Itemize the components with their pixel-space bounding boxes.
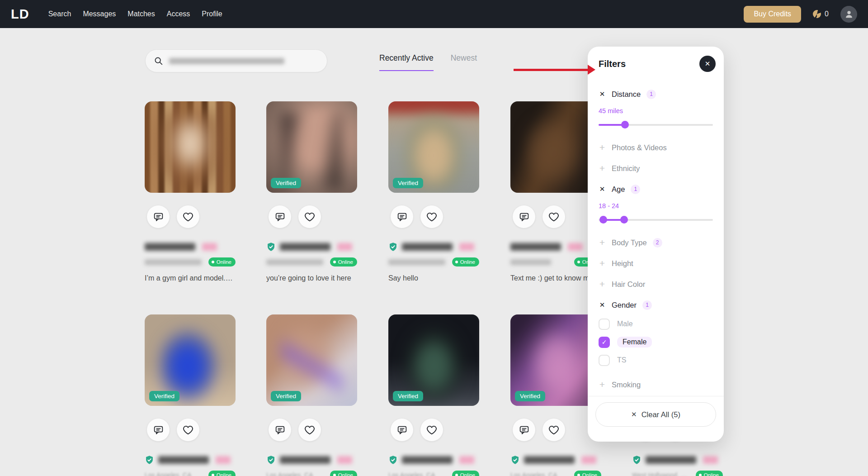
age-min-thumb[interactable]	[599, 216, 607, 224]
profile-photo[interactable]: Verified	[388, 314, 479, 406]
profile-photo[interactable]	[145, 101, 236, 193]
remove-filter-icon[interactable]: ✕	[599, 90, 606, 98]
filter-age[interactable]: ✕ Age 1	[599, 183, 713, 195]
logo[interactable]: LD	[11, 7, 29, 22]
nav-link-search[interactable]: Search	[48, 10, 71, 18]
checkbox-checked[interactable]: ✓	[599, 337, 610, 348]
like-button[interactable]	[542, 419, 565, 441]
remove-filter-icon[interactable]: ✕	[599, 301, 606, 309]
user-avatar[interactable]	[840, 6, 857, 23]
gender-option-male[interactable]: Male	[599, 317, 713, 331]
chat-button[interactable]	[147, 205, 170, 228]
chat-button[interactable]	[269, 205, 291, 228]
like-button[interactable]	[542, 205, 565, 228]
add-filter-icon[interactable]: +	[599, 379, 606, 390]
like-button[interactable]	[298, 419, 321, 441]
nav-link-matches[interactable]: Matches	[127, 10, 155, 18]
add-filter-icon[interactable]: +	[599, 279, 606, 290]
verified-badge: Verified	[271, 391, 301, 401]
clear-icon: ✕	[631, 410, 637, 419]
location-redacted	[388, 259, 445, 265]
gender-option-ts[interactable]: TS	[599, 353, 713, 367]
location: West Hollywood, …	[632, 471, 687, 476]
distance-slider[interactable]	[599, 121, 713, 128]
filter-ethnicity[interactable]: + Ethnicity	[599, 162, 713, 174]
add-filter-icon[interactable]: +	[599, 142, 606, 153]
verified-badge: Verified	[393, 391, 423, 401]
profile-photo[interactable]: Verified	[388, 101, 479, 193]
chat-button[interactable]	[513, 419, 535, 441]
checkbox-unchecked[interactable]	[599, 319, 610, 330]
profile-card: Verified Los Angeles, CA Online	[266, 314, 357, 476]
nav-link-messages[interactable]: Messages	[83, 10, 116, 18]
age-max-thumb[interactable]	[620, 216, 628, 224]
online-badge: Online	[330, 257, 357, 267]
like-button[interactable]	[177, 205, 199, 228]
age-range-slider[interactable]	[599, 216, 713, 223]
chat-button[interactable]	[391, 419, 413, 441]
location: Los Angeles, CA	[145, 471, 192, 476]
clear-all-button[interactable]: ✕ Clear All (5)	[595, 402, 716, 427]
tab-recently-active[interactable]: Recently Active	[379, 53, 434, 71]
verified-check-icon	[388, 242, 398, 252]
filter-hair-color[interactable]: + Hair Color	[599, 278, 713, 290]
add-filter-icon[interactable]: +	[599, 163, 606, 174]
nav-link-access[interactable]: Access	[167, 10, 190, 18]
online-badge: Online	[452, 471, 479, 476]
profile-name-row[interactable]	[388, 242, 479, 252]
checkbox-unchecked[interactable]	[599, 355, 610, 366]
credits-count: 0	[825, 10, 829, 18]
verified-check-icon	[145, 455, 154, 465]
filter-height[interactable]: + Height	[599, 257, 713, 269]
nav-link-profile[interactable]: Profile	[202, 10, 222, 18]
profile-photo[interactable]: Verified	[145, 314, 236, 406]
chat-button[interactable]	[269, 419, 291, 441]
like-button[interactable]	[420, 205, 443, 228]
chat-button[interactable]	[147, 419, 170, 441]
profile-name-row[interactable]	[266, 455, 357, 465]
remove-filter-icon[interactable]: ✕	[599, 185, 606, 193]
profile-name-row[interactable]	[145, 455, 236, 465]
chat-button[interactable]	[391, 205, 413, 228]
gender-option-female[interactable]: ✓ Female	[599, 335, 713, 349]
name-redacted	[145, 243, 195, 251]
filter-smoking[interactable]: + Smoking	[599, 379, 713, 390]
filter-photos-videos[interactable]: + Photos & Videos	[599, 142, 713, 153]
like-button[interactable]	[298, 205, 321, 228]
distance-value: 45 miles	[599, 107, 713, 114]
location: Los Angeles, CA	[388, 471, 435, 476]
close-filters-button[interactable]: ✕	[699, 56, 716, 72]
location: Los Angeles, CA	[510, 471, 557, 476]
name-redacted	[646, 456, 696, 464]
filter-gender[interactable]: ✕ Gender 1	[599, 299, 713, 311]
name-redacted	[510, 243, 561, 251]
profile-photo[interactable]: Verified	[266, 101, 357, 193]
profile-photo[interactable]: Verified	[266, 314, 357, 406]
online-badge: Online	[330, 471, 357, 476]
add-filter-icon[interactable]: +	[599, 258, 606, 269]
like-button[interactable]	[177, 419, 199, 441]
search-icon	[154, 56, 164, 66]
verified-badge: Verified	[393, 178, 423, 188]
like-button[interactable]	[420, 419, 443, 441]
profile-name-row[interactable]	[388, 455, 479, 465]
online-badge: Online	[696, 471, 723, 476]
filter-body-type[interactable]: + Body Type 2	[599, 237, 713, 248]
online-badge: Online	[574, 471, 601, 476]
chat-button[interactable]	[513, 205, 535, 228]
profile-card: Online I’m a gym girl and model.…	[145, 101, 236, 282]
profile-name-row[interactable]	[145, 242, 236, 252]
close-icon: ✕	[705, 60, 711, 68]
search-input[interactable]	[145, 49, 327, 72]
profile-name-row[interactable]	[510, 455, 601, 465]
add-filter-icon[interactable]: +	[599, 237, 606, 248]
profile-name-row[interactable]	[632, 455, 723, 465]
profile-tagline: Say hello	[388, 274, 479, 282]
distance-slider-thumb[interactable]	[621, 121, 629, 129]
tab-newest[interactable]: Newest	[451, 53, 477, 71]
buy-credits-button[interactable]: Buy Credits	[744, 6, 801, 23]
profile-name-row[interactable]	[266, 242, 357, 252]
filter-distance[interactable]: ✕ Distance 1	[599, 88, 713, 100]
profile-card: Verified Online you’re going to love it …	[266, 101, 357, 282]
name-redacted	[524, 456, 575, 464]
